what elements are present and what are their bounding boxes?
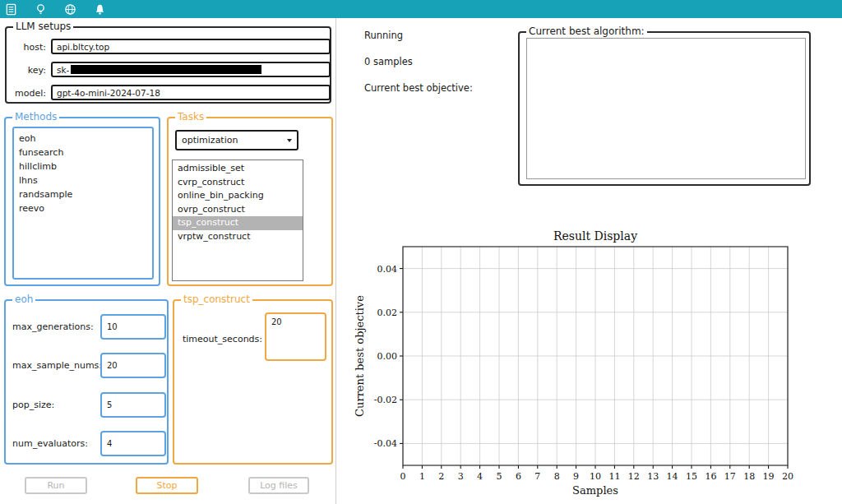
bell-icon[interactable] xyxy=(94,3,106,16)
svg-text:0.02: 0.02 xyxy=(377,307,398,318)
run-button[interactable]: Run xyxy=(25,477,87,494)
host-input[interactable]: api.bltcy.top xyxy=(51,39,331,54)
method-item-lhns[interactable]: lhns xyxy=(14,173,152,187)
svg-text:Current best objective: Current best objective xyxy=(354,295,366,417)
svg-text:9: 9 xyxy=(573,471,579,482)
timeout-seconds-value: 20 xyxy=(271,317,282,326)
method-item-funsearch[interactable]: funsearch xyxy=(14,146,152,160)
svg-text:-0.04: -0.04 xyxy=(374,438,397,449)
pop-size-value: 5 xyxy=(107,400,112,409)
svg-text:4: 4 xyxy=(477,471,483,482)
lightbulb-icon[interactable] xyxy=(35,3,47,16)
key-value: sk- xyxy=(57,65,69,75)
svg-text:-0.02: -0.02 xyxy=(374,395,397,405)
document-icon[interactable] xyxy=(5,3,17,16)
svg-text:1: 1 xyxy=(419,471,425,482)
samples-count-text: 0 samples xyxy=(364,56,413,67)
svg-text:0.04: 0.04 xyxy=(377,264,398,275)
svg-text:6: 6 xyxy=(516,471,521,482)
pop-size-label: pop_size: xyxy=(12,400,54,410)
run-state-text: Running xyxy=(364,30,403,41)
host-value: api.bltcy.top xyxy=(57,42,109,52)
methods-listbox[interactable]: eoh funsearch hillclimb lhns randsample … xyxy=(12,127,154,280)
method-item-hillclimb[interactable]: hillclimb xyxy=(14,160,152,173)
timeout-seconds-label: timeout_seconds: xyxy=(183,334,262,344)
task-item-cvrp-construct[interactable]: cvrp_construct xyxy=(173,176,303,190)
redacted-key-bar xyxy=(71,65,261,74)
max-sample-nums-label: max_sample_nums: xyxy=(12,360,102,371)
result-display-chart: 01234567891011121314151617181920-0.04-0.… xyxy=(352,229,812,500)
model-label: model: xyxy=(10,86,46,101)
method-item-randsample[interactable]: randsample xyxy=(14,187,152,201)
model-input[interactable]: gpt-4o-mini-2024-07-18 xyxy=(51,85,331,100)
chevron-down-icon xyxy=(287,139,292,142)
task-params-title: tsp_construct xyxy=(181,294,252,305)
svg-text:3: 3 xyxy=(458,471,464,482)
svg-text:7: 7 xyxy=(534,471,540,482)
svg-text:19: 19 xyxy=(763,471,775,482)
best-algorithm-title: Current best algorithm: xyxy=(526,25,647,37)
svg-text:5: 5 xyxy=(497,471,502,482)
svg-text:13: 13 xyxy=(647,471,659,482)
best-objective-label: Current best objective: xyxy=(364,82,473,94)
method-item-eoh[interactable]: eoh xyxy=(14,132,152,146)
pop-size-input[interactable]: 5 xyxy=(100,392,166,418)
max-generations-label: max_generations: xyxy=(12,321,94,332)
api-key-input[interactable]: sk- xyxy=(51,62,331,77)
stop-button[interactable]: Stop xyxy=(136,477,198,494)
num-evaluators-value: 4 xyxy=(107,439,112,448)
max-sample-nums-value: 20 xyxy=(107,361,118,370)
svg-text:0.00: 0.00 xyxy=(377,351,398,362)
task-item-ovrp-construct[interactable]: ovrp_construct xyxy=(173,203,303,217)
task-params-groupbox: tsp_construct timeout_seconds: 20 xyxy=(173,299,333,465)
svg-text:Samples: Samples xyxy=(572,484,618,497)
best-algorithm-textarea[interactable] xyxy=(526,38,806,179)
svg-text:15: 15 xyxy=(686,471,697,482)
method-item-reevo[interactable]: reevo xyxy=(14,201,152,215)
task-item-admissible-set[interactable]: admissible_set xyxy=(173,162,303,176)
task-category-value: optimization xyxy=(182,135,238,146)
chart-canvas: 01234567891011121314151617181920-0.04-0.… xyxy=(352,229,812,500)
tasks-listbox[interactable]: admissible_set cvrp_construct online_bin… xyxy=(172,160,303,281)
best-algorithm-groupbox: Current best algorithm: xyxy=(518,31,811,186)
max-sample-nums-input[interactable]: 20 xyxy=(100,353,166,378)
tasks-title: Tasks xyxy=(175,111,206,123)
num-evaluators-label: num_evaluators: xyxy=(12,438,88,449)
tasks-groupbox: Tasks optimization admissible_set cvrp_c… xyxy=(167,117,333,286)
num-evaluators-input[interactable]: 4 xyxy=(100,431,166,456)
key-label: key: xyxy=(10,62,46,78)
timeout-seconds-input[interactable]: 20 xyxy=(265,312,326,361)
svg-text:12: 12 xyxy=(628,471,640,482)
model-value: gpt-4o-mini-2024-07-18 xyxy=(57,88,160,98)
globe-icon[interactable] xyxy=(64,3,76,16)
llm-setups-groupbox: LLM setups host: api.bltcy.top key: sk- … xyxy=(5,26,331,104)
task-item-vrptw-construct[interactable]: vrptw_construct xyxy=(173,230,303,244)
task-category-dropdown[interactable]: optimization xyxy=(175,130,298,150)
host-label: host: xyxy=(10,39,46,55)
svg-text:17: 17 xyxy=(724,471,736,482)
eoh-params-groupbox: eoh max_generations: 10 max_sample_nums:… xyxy=(4,299,169,465)
svg-text:0: 0 xyxy=(400,471,406,482)
max-generations-input[interactable]: 10 xyxy=(100,314,166,340)
svg-text:20: 20 xyxy=(782,471,793,482)
svg-text:14: 14 xyxy=(667,471,678,482)
task-item-tsp-construct[interactable]: tsp_construct xyxy=(173,216,303,230)
top-toolbar xyxy=(0,0,842,18)
svg-text:Result Display: Result Display xyxy=(553,229,637,243)
task-item-online-bin-packing[interactable]: online_bin_packing xyxy=(173,189,303,203)
methods-groupbox: Methods eoh funsearch hillclimb lhns ran… xyxy=(4,117,160,286)
llm-setups-title: LLM setups xyxy=(13,21,73,32)
svg-text:8: 8 xyxy=(554,471,560,482)
max-generations-value: 10 xyxy=(107,322,118,331)
methods-title: Methods xyxy=(12,111,59,123)
svg-text:10: 10 xyxy=(590,471,601,482)
svg-text:18: 18 xyxy=(743,471,755,482)
svg-text:11: 11 xyxy=(608,471,620,482)
svg-text:16: 16 xyxy=(705,471,716,482)
eoh-params-title: eoh xyxy=(12,294,35,305)
svg-text:2: 2 xyxy=(438,471,444,482)
log-files-button[interactable]: Log files xyxy=(248,477,309,494)
panel-divider xyxy=(335,18,336,504)
